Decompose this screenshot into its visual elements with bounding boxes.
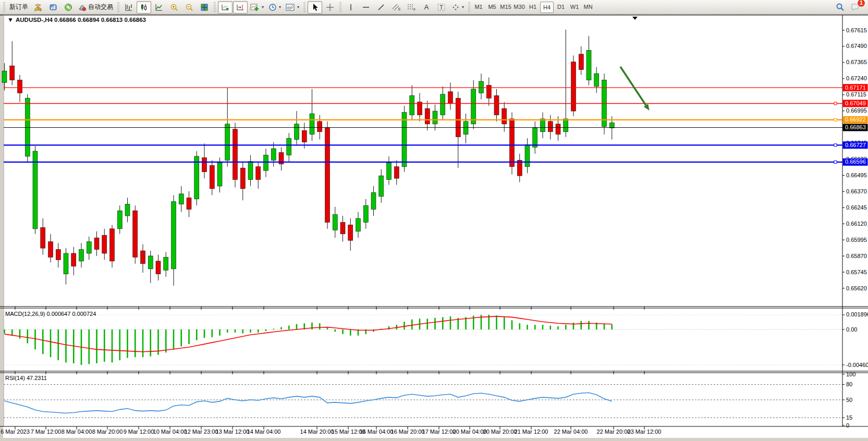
chart-shift-icon [236,3,244,11]
periods-dropdown-caret[interactable]: ▾ [279,5,281,9]
candlestick-mode-button[interactable] [137,1,151,14]
search-button[interactable] [833,1,847,14]
candle-body [117,211,122,229]
market-watch-button[interactable] [31,1,45,14]
bar-chart-mode-button[interactable] [121,1,136,14]
candle-body [125,204,130,216]
price-badge-label: 0.66727 [845,142,866,148]
templates-dropdown-caret[interactable]: ▾ [297,5,299,9]
candle-body [172,202,176,269]
timeframe-button-m30[interactable]: M30 [513,2,525,12]
periods-button[interactable]: ▾ [266,1,283,14]
candle-body [56,250,60,260]
rsi-axis-label: 80 [846,381,852,387]
chart-collapse-icon[interactable]: ▼ [7,16,14,23]
candle-body [71,253,76,266]
signals-button[interactable] [61,1,76,14]
timeframe-button-mn[interactable]: MN [582,2,594,12]
chart-shift-button[interactable] [233,1,248,14]
crosshair-tool-button[interactable] [323,1,337,14]
vertical-line-tool-button[interactable] [344,1,358,14]
candle-body [41,227,45,248]
templates-button[interactable]: ▾ [284,1,301,14]
timeframe-button-w1[interactable]: W1 [568,2,581,12]
candle-body [556,124,560,134]
date-label: 16 Mar 04:00 [360,428,394,435]
candle-body [310,114,314,134]
rsi-axis-label: 50 [846,397,852,403]
line-handle[interactable] [834,118,837,121]
date-label: 8 Mar 20:00 [92,428,123,435]
timeframe-button-m15[interactable]: M15 [499,2,512,12]
line-handle[interactable] [834,144,837,146]
timeframe-button-m5[interactable]: M5 [486,2,498,12]
toolbar-grip[interactable] [339,2,341,13]
text-label-tool-button[interactable]: T [434,1,449,14]
fibonacci-tool-button[interactable]: F [404,1,419,14]
arrows-dropdown-caret[interactable]: ▾ [462,5,464,9]
candle-body [248,162,253,180]
notifications-button[interactable]: 1 [848,1,862,14]
candle-body [271,149,276,160]
candle-body [210,165,214,189]
rsi-label: RSI(14) 47.2311 [5,375,47,381]
candle-body [579,54,583,70]
horizontal-line-tool-button[interactable] [359,1,373,14]
fibonacci-icon: F [407,3,416,11]
data-window-icon [49,3,57,11]
indicators-dropdown-caret[interactable]: ▾ [262,5,264,9]
text-label-icon: T [437,3,446,11]
text-tool-button[interactable]: A [419,1,434,14]
chart-canvas[interactable]: 0.0018960.00-0.004606MACD(12,26,9) 0.000… [0,15,868,441]
toolbar-grip[interactable] [3,2,5,13]
trendline-tool-button[interactable] [374,1,388,14]
data-window-button[interactable] [46,1,60,14]
candle-body [594,74,599,87]
svg-text:T: T [440,5,443,10]
candle-body [133,211,138,257]
price-badge-label: 0.66922 [845,116,866,123]
indicators-button[interactable]: ▾ [248,1,266,14]
line-chart-mode-icon [155,3,163,11]
search-icon [836,3,845,11]
line-chart-mode-button[interactable] [152,1,166,14]
equidistant-channel-tool-button[interactable]: E [389,1,404,14]
toolbar-grip[interactable] [214,2,216,13]
price-tick-label: 0.67365 [846,59,867,65]
candle-body [164,257,168,270]
line-handle[interactable] [834,161,837,163]
candle-body [64,253,68,274]
auto-trading-button[interactable]: 自动交易 [76,1,115,14]
toolbar-grip[interactable] [117,2,119,13]
candle-body [148,256,153,269]
auto-scroll-button[interactable] [218,1,233,14]
arrows-tool-button[interactable]: ▾ [449,1,466,14]
toolbar-grip[interactable] [468,2,470,13]
zoom-in-button[interactable] [167,1,181,14]
timeframe-button-h4[interactable]: H4 [540,2,554,13]
price-tick-label: 0.66370 [846,188,867,194]
candle-body [548,121,553,132]
rsi-axis-label: 0 [846,422,849,428]
rsi-axis-label: 100 [846,371,855,377]
zoom-out-button[interactable] [182,1,197,14]
cursor-tool-button[interactable] [308,1,322,14]
price-badge-label: 0.67171 [845,84,866,91]
date-label: 16 Mar 20:00 [391,428,425,435]
line-handle[interactable] [834,102,837,105]
price-tick-label: 0.66120 [846,220,867,227]
trading-terminal-window: { "toolbar": { "new_order_label": "新订单",… [0,0,868,441]
tile-windows-button[interactable] [197,1,212,14]
market-watch-icon [34,3,42,11]
timeframe-button-m1[interactable]: M1 [472,2,485,12]
macd-axis-label: -0.004606 [846,362,868,368]
new-order-label: 新订单 [9,3,28,11]
timeframe-button-d1[interactable]: D1 [555,2,567,12]
candle-body [141,251,145,264]
timeframe-button-h1[interactable]: H1 [527,2,539,12]
new-order-button[interactable]: 新订单 [7,1,30,14]
toolbar-grip[interactable] [303,2,305,13]
candle-body [494,95,499,115]
price-badge-label: 0.66863 [845,124,866,130]
candle-body [379,176,384,197]
